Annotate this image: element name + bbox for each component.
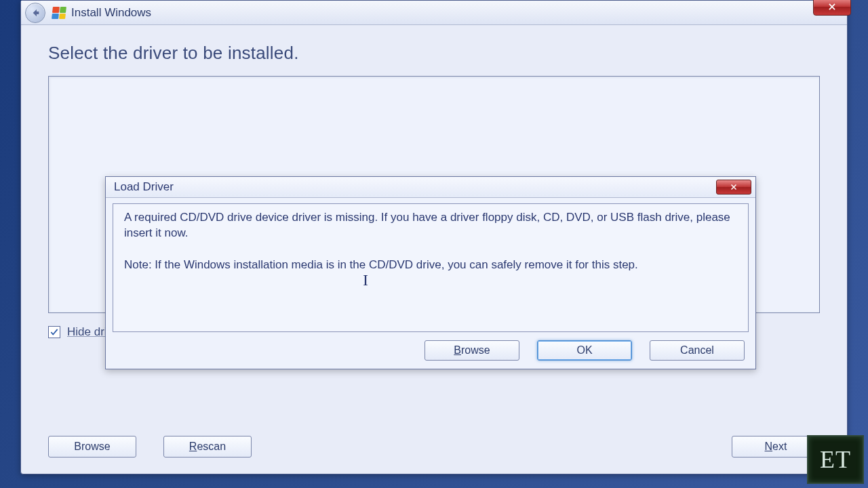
dialog-close-button[interactable] bbox=[716, 180, 751, 195]
watermark-text: ET bbox=[820, 445, 851, 474]
dialog-message-box: A required CD/DVD drive device driver is… bbox=[113, 203, 749, 332]
dialog-message: A required CD/DVD drive device driver is… bbox=[124, 209, 737, 273]
close-icon bbox=[730, 183, 738, 191]
rescan-button-label: Rescan bbox=[189, 441, 226, 453]
dialog-browse-button[interactable]: Browse bbox=[425, 340, 519, 361]
hide-drivers-checkbox[interactable] bbox=[48, 326, 60, 338]
dialog-body: A required CD/DVD drive device driver is… bbox=[106, 198, 755, 369]
dialog-cancel-label: Cancel bbox=[680, 344, 714, 357]
dialog-ok-button[interactable]: OK bbox=[537, 340, 632, 361]
dialog-title: Load Driver bbox=[114, 180, 174, 194]
checkmark-icon bbox=[50, 327, 59, 337]
watermark-logo: ET bbox=[807, 435, 864, 484]
browse-button[interactable]: Browse bbox=[48, 436, 136, 458]
back-button[interactable] bbox=[25, 3, 45, 23]
bottom-button-row: Browse Rescan Next bbox=[48, 436, 820, 458]
load-driver-dialog: Load Driver A required CD/DVD drive devi… bbox=[105, 176, 756, 369]
dialog-button-row: Browse OK Cancel bbox=[113, 340, 749, 361]
text-cursor-icon: I bbox=[363, 271, 368, 289]
dialog-titlebar: Load Driver bbox=[106, 177, 755, 198]
windows-logo-icon bbox=[52, 7, 66, 19]
dialog-ok-label: OK bbox=[576, 344, 592, 357]
titlebar: Install Windows bbox=[21, 1, 847, 25]
page-heading: Select the driver to be installed. bbox=[48, 43, 820, 64]
arrow-left-icon bbox=[30, 7, 41, 18]
rescan-button[interactable]: Rescan bbox=[163, 436, 252, 458]
dialog-cancel-button[interactable]: Cancel bbox=[650, 340, 745, 361]
close-icon bbox=[827, 2, 837, 12]
next-button-label: Next bbox=[765, 441, 787, 453]
dialog-browse-label: Browse bbox=[454, 344, 490, 357]
browse-button-label: Browse bbox=[74, 441, 110, 453]
window-title: Install Windows bbox=[71, 6, 151, 20]
window-close-button[interactable] bbox=[813, 0, 851, 16]
